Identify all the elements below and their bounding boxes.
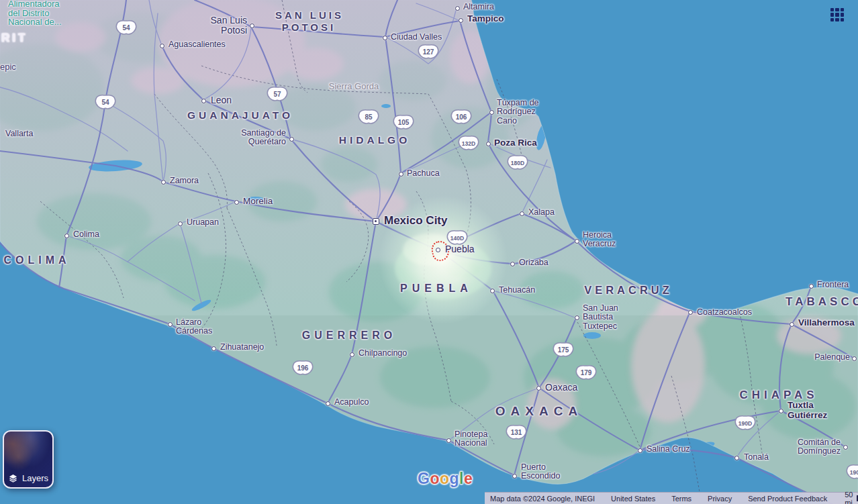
scale-control[interactable]: 50 mi — [845, 491, 858, 504]
city-marker-poza-rica[interactable] — [486, 142, 491, 146]
city-marker-xalapa[interactable] — [520, 211, 524, 216]
city-marker-villahermosa[interactable] — [790, 322, 794, 327]
city-label-ciudad-valles[interactable]: Ciudad Valles — [391, 33, 442, 42]
city-label-pinotepa-nacional[interactable]: PinotepaNacional — [455, 430, 487, 448]
city-marker-aguascalientes[interactable] — [160, 44, 164, 48]
state-label-nayarit-partial: RIT — [1, 32, 28, 44]
city-marker-ciudad-valles[interactable] — [383, 36, 387, 40]
city-label-palenque[interactable]: Palenque — [814, 353, 850, 362]
city-label-tonal[interactable]: Tonalá — [744, 453, 769, 462]
city-label-acapulco[interactable]: Acapulco — [334, 398, 369, 407]
road-shield-132d-7: 132D — [457, 134, 480, 152]
city-marker-heroica-veracruz[interactable] — [575, 239, 579, 244]
city-label-zamora[interactable]: Zamora — [170, 177, 199, 185]
city-marker-zamora[interactable] — [161, 180, 166, 185]
city-marker-leon[interactable] — [201, 99, 206, 103]
city-marker-t-xpam-de-rodr-guez-cano[interactable] — [489, 110, 494, 115]
city-label-xalapa[interactable]: Xalapa — [528, 208, 555, 217]
city-marker-altamira[interactable] — [455, 6, 460, 11]
svg-text:132D: 132D — [462, 140, 475, 147]
city-marker-salina-cruz[interactable] — [638, 448, 642, 453]
city-marker-palenque[interactable] — [852, 356, 857, 361]
road-shield-196-10: 196 — [291, 359, 314, 376]
city-label-heroica-veracruz[interactable]: HeroicaVeracruz — [583, 231, 616, 249]
city-marker-colima[interactable] — [64, 234, 69, 238]
map-viewport[interactable]: San LuisPotosiAguascalientesCiudad Valle… — [0, 0, 858, 504]
city-marker-uruapan[interactable] — [178, 221, 183, 226]
privacy-link[interactable]: Privacy — [708, 495, 732, 503]
city-label-orizaba[interactable]: Orizaba — [519, 258, 549, 267]
city-label-villahermosa[interactable]: Villahermosa — [798, 318, 855, 327]
layers-button[interactable]: Layers — [3, 430, 54, 489]
city-label-l-zaro-c-rdenas[interactable]: LázaroCárdenas — [176, 318, 212, 336]
city-marker-santiago-de-quer-taro[interactable] — [289, 137, 294, 142]
svg-text:106: 106 — [456, 113, 467, 121]
city-label-comit-n-de-dom-nguez[interactable]: Comitán deDomínguez — [798, 438, 841, 456]
city-label-t-xpam-de-rodr-guez-cano[interactable]: Túxpam deRodríguezCano — [497, 99, 539, 125]
city-label-vallarta[interactable]: Vallarta — [5, 130, 33, 138]
svg-text:175: 175 — [558, 346, 569, 354]
city-marker-puerto-escondido[interactable] — [512, 474, 517, 478]
city-label-san-luis-potosi[interactable]: San LuisPotosi — [211, 15, 247, 36]
city-label-poza-rica[interactable]: Poza Rica — [494, 138, 537, 148]
city-label-morelia[interactable]: Morelia — [243, 197, 273, 206]
city-label-altamira[interactable]: Altamira — [463, 3, 494, 11]
state-label-guerrero: GUERRERO — [302, 330, 396, 342]
city-marker-orizaba[interactable] — [510, 262, 515, 266]
city-label-mexico-city[interactable]: Mexico City — [384, 215, 447, 227]
state-label-puebla: PUEBLA — [400, 283, 473, 295]
city-marker-puebla[interactable] — [436, 248, 440, 252]
city-label-salina-cruz[interactable]: Salina Cruz — [647, 445, 690, 454]
city-label-frontera[interactable]: Frontera — [817, 281, 849, 289]
layers-label: Layers — [22, 473, 48, 483]
svg-text:85: 85 — [365, 113, 373, 121]
city-label-tehuac-n[interactable]: Tehuacán — [499, 286, 535, 295]
city-marker-tonal[interactable] — [734, 456, 739, 460]
city-marker-chilpancingo[interactable] — [350, 352, 354, 357]
city-label-uruapan[interactable]: Uruapan — [187, 218, 219, 227]
city-label-aguascalientes[interactable]: Aguascalientes — [169, 40, 226, 49]
svg-text:127: 127 — [423, 48, 434, 56]
city-label-leon[interactable]: Leon — [211, 95, 232, 105]
svg-text:190D: 190D — [850, 469, 858, 476]
road-shield-180d-8: 180D — [506, 154, 529, 171]
city-label-oaxaca[interactable]: Oaxaca — [545, 383, 577, 393]
road-shield-54-1: 54 — [94, 93, 117, 111]
road-shield-131-13: 131 — [505, 423, 528, 441]
city-marker-pinotepa-nacional[interactable] — [446, 438, 451, 443]
city-marker-pachuca[interactable] — [399, 172, 403, 177]
city-marker-morelia[interactable] — [234, 200, 239, 205]
city-label-pachuca[interactable]: Pachuca — [407, 169, 440, 178]
city-label-colima[interactable]: Colima — [73, 230, 99, 239]
svg-text:54: 54 — [101, 99, 109, 106]
city-marker-san-luis-potosi[interactable] — [250, 23, 254, 28]
terms-link[interactable]: Terms — [671, 495, 692, 503]
city-label-tampico[interactable]: Tampico — [467, 14, 504, 23]
city-marker-tuxtla-guti-rrez[interactable] — [779, 409, 783, 413]
city-marker-l-zaro-c-rdenas[interactable] — [168, 322, 173, 327]
state-label-colima: COLIMA — [3, 255, 70, 266]
city-marker-tehuac-n[interactable] — [490, 289, 495, 293]
city-marker-acapulco[interactable] — [326, 401, 330, 406]
city-label-san-juan-bautista-tuxtepec[interactable]: San JuanBautistaTuxtepec — [583, 304, 618, 331]
city-marker-coatzacoalcos[interactable] — [688, 310, 693, 315]
city-label-coatzacoalcos[interactable]: Coatzacoalcos — [697, 308, 752, 317]
city-marker-zihuatanejo[interactable] — [211, 346, 216, 351]
city-label-chilpancingo[interactable]: Chilpancingo — [359, 349, 407, 358]
city-label-santiago-de-quer-taro[interactable]: Santiago deQuerétaro — [241, 129, 286, 147]
map-data-credit: Map data ©2024 Google, INEGI — [490, 495, 595, 503]
apps-grid-icon[interactable] — [830, 8, 844, 21]
feedback-link[interactable]: Send Product Feedback — [748, 495, 827, 503]
google-logo[interactable]: Google — [418, 470, 473, 488]
city-marker-oaxaca[interactable] — [536, 386, 541, 391]
city-marker-tampico[interactable] — [459, 18, 463, 23]
svg-text:131: 131 — [511, 429, 522, 436]
city-label-zihuatanejo[interactable]: Zihuatanejo — [220, 343, 264, 352]
city-marker-frontera[interactable] — [809, 284, 814, 289]
google-logo-letter: e — [464, 470, 473, 487]
city-marker-san-juan-bautista-tuxtepec[interactable] — [575, 315, 579, 320]
city-label-puerto-escondido[interactable]: PuertoEscondido — [521, 463, 560, 481]
city-marker-comit-n-de-dom-nguez[interactable] — [843, 445, 848, 450]
city-marker-mexico-city[interactable] — [373, 218, 379, 225]
city-label-tuxtla-guti-rrez[interactable]: TuxtlaGutiérrez — [788, 401, 827, 420]
